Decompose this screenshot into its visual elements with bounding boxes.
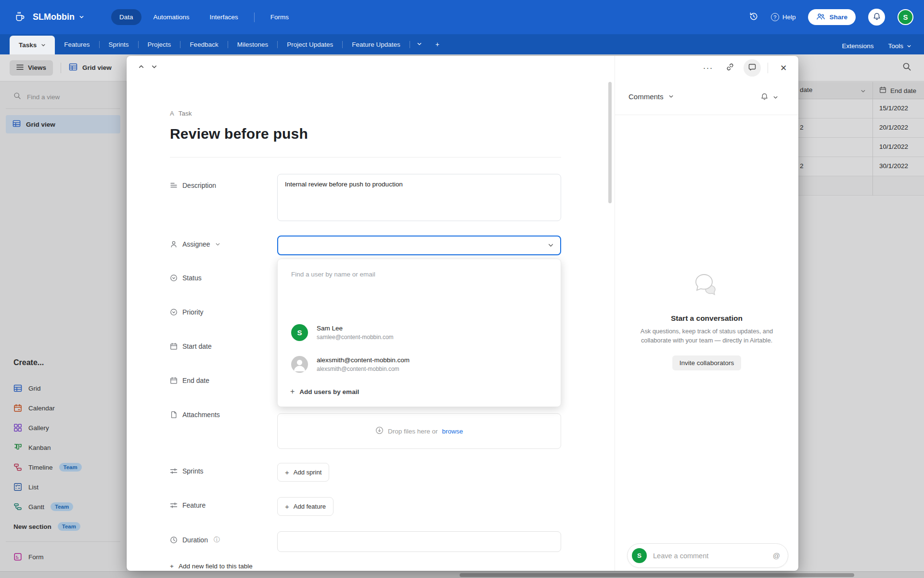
attachments-dropzone[interactable]: Drop files here or browse	[277, 413, 561, 449]
help-icon: ?	[771, 13, 779, 21]
browse-link[interactable]: browse	[442, 428, 463, 435]
record-detail-modal: ··· ✕ A Task Revie	[127, 56, 798, 571]
field-label-feature[interactable]: Feature	[170, 501, 205, 509]
field-label-start-date[interactable]: Start date	[170, 342, 212, 350]
field-label-description[interactable]: Description	[170, 182, 216, 189]
empty-state-body: Ask questions, keep track of status upda…	[633, 327, 781, 345]
mention-at-icon[interactable]: @	[773, 552, 780, 560]
top-right-cluster: ? Help Share S	[749, 9, 913, 26]
modal-scrollbar-thumb[interactable]	[608, 82, 612, 203]
extensions-button[interactable]: Extensions	[842, 42, 873, 50]
tab-milestones[interactable]: Milestones	[228, 34, 278, 54]
field-label-end-date[interactable]: End date	[170, 377, 209, 384]
share-button[interactable]: Share	[808, 9, 856, 25]
clock-icon	[170, 536, 178, 544]
file-icon	[170, 411, 178, 419]
tab-feature-updates[interactable]: Feature Updates	[343, 34, 410, 54]
help-button[interactable]: ? Help	[771, 13, 796, 21]
tab-tasks[interactable]: Tasks	[10, 36, 55, 54]
user-name: Sam Lee	[317, 325, 394, 332]
nav-interfaces[interactable]: Interfaces	[202, 9, 246, 25]
record-title[interactable]: Review before push	[170, 126, 308, 142]
tabs-chevron-down-icon[interactable]	[410, 40, 429, 48]
invite-collaborators-button[interactable]: Invite collaborators	[672, 355, 741, 370]
tab-feedback[interactable]: Feedback	[180, 34, 227, 54]
title-divider	[170, 157, 561, 158]
comments-divider	[615, 115, 798, 115]
dropzone-text: Drop files here or	[388, 428, 438, 435]
top-nav: Data Automations Interfaces Forms	[111, 9, 297, 25]
user-name: alexsmith@content-mobbin.com	[317, 356, 410, 364]
top-bar: SLMobbin Data Automations Interfaces For…	[0, 0, 924, 34]
field-label-sprints[interactable]: Sprints	[170, 467, 204, 475]
notifications-button[interactable]	[868, 9, 885, 26]
add-feature-button[interactable]: + Add feature	[277, 497, 334, 516]
chevron-down-icon	[548, 242, 554, 249]
comment-notifications-button[interactable]	[760, 92, 778, 103]
tab-features[interactable]: Features	[55, 34, 99, 54]
nav-forms[interactable]: Forms	[262, 9, 297, 25]
workspace-switcher[interactable]: SLMobbin	[33, 12, 84, 22]
table-tab-bar: Tasks Features Sprints Projects Feedback…	[0, 34, 924, 54]
nav-data[interactable]: Data	[111, 9, 141, 25]
field-label-duration[interactable]: Duration ⓘ	[170, 536, 220, 544]
status-icon	[170, 274, 178, 282]
add-users-by-email-button[interactable]: + Add users by email	[290, 387, 359, 396]
tab-projects[interactable]: Projects	[139, 34, 180, 54]
info-icon: ⓘ	[214, 536, 220, 544]
field-label-status[interactable]: Status	[170, 274, 202, 282]
chevron-down-icon	[773, 95, 778, 100]
user-avatar[interactable]: S	[898, 9, 913, 25]
plus-icon: +	[285, 468, 289, 476]
airtable-app: SLMobbin Data Automations Interfaces For…	[0, 0, 924, 578]
record-type: A Task	[170, 110, 192, 117]
nav-automations[interactable]: Automations	[145, 9, 198, 25]
tools-button[interactable]: Tools	[888, 42, 911, 50]
priority-icon	[170, 308, 178, 316]
comment-input[interactable]	[653, 552, 767, 560]
download-circle-icon	[375, 426, 384, 436]
add-field-button[interactable]: + Add new field to this table	[170, 563, 253, 570]
workspace-name: SLMobbin	[33, 12, 75, 22]
plus-icon: +	[290, 387, 295, 396]
assignee-select[interactable]	[277, 236, 561, 255]
letter-a-icon: A	[170, 110, 174, 117]
calendar-icon	[170, 377, 178, 384]
add-sprint-button[interactable]: + Add sprint	[277, 463, 329, 482]
history-icon[interactable]	[749, 12, 758, 23]
people-icon	[816, 13, 825, 21]
user-avatar: S	[291, 324, 308, 341]
comment-input-bar[interactable]: S @	[627, 543, 788, 568]
field-label-assignee[interactable]: Assignee	[170, 240, 220, 248]
user-option-sam-lee[interactable]: S Sam Lee samlee@content-mobbin.com	[291, 324, 394, 341]
calendar-icon	[170, 342, 178, 350]
comments-header-dropdown[interactable]: Comments	[629, 92, 674, 101]
description-input[interactable]: Internal review before push to productio…	[277, 174, 561, 221]
comments-empty-state: Start a conversation Ask questions, keep…	[615, 273, 798, 370]
person-icon	[170, 240, 178, 248]
comments-panel: Comments Start a conversation Ask q	[615, 56, 798, 571]
chevron-down-icon	[215, 242, 220, 247]
user-search-input[interactable]	[291, 271, 546, 278]
bell-icon	[873, 12, 881, 23]
help-label: Help	[783, 13, 796, 21]
tab-sprints[interactable]: Sprints	[100, 34, 138, 54]
plus-icon: +	[170, 563, 174, 570]
tools-label: Tools	[888, 42, 903, 50]
add-table-button[interactable]: +	[429, 40, 446, 48]
chevron-down-icon	[79, 14, 84, 20]
comments-header-label: Comments	[629, 92, 664, 101]
share-label: Share	[829, 13, 847, 21]
table-tabs: Features Sprints Projects Feedback Miles…	[55, 34, 446, 54]
assignee-dropdown: S Sam Lee samlee@content-mobbin.com alex…	[277, 259, 561, 407]
user-option-alexsmith[interactable]: alexsmith@content-mobbin.com alexsmith@c…	[291, 356, 410, 373]
field-label-priority[interactable]: Priority	[170, 308, 204, 316]
tab-project-updates[interactable]: Project Updates	[278, 34, 342, 54]
field-label-attachments[interactable]: Attachments	[170, 411, 220, 419]
duration-input[interactable]	[277, 531, 561, 552]
align-left-icon	[170, 182, 178, 189]
workspace-logo-mug-icon[interactable]	[14, 11, 26, 24]
user-avatar	[291, 356, 308, 373]
plus-icon: +	[285, 502, 289, 511]
user-email: alexsmith@content-mobbin.com	[317, 366, 410, 372]
